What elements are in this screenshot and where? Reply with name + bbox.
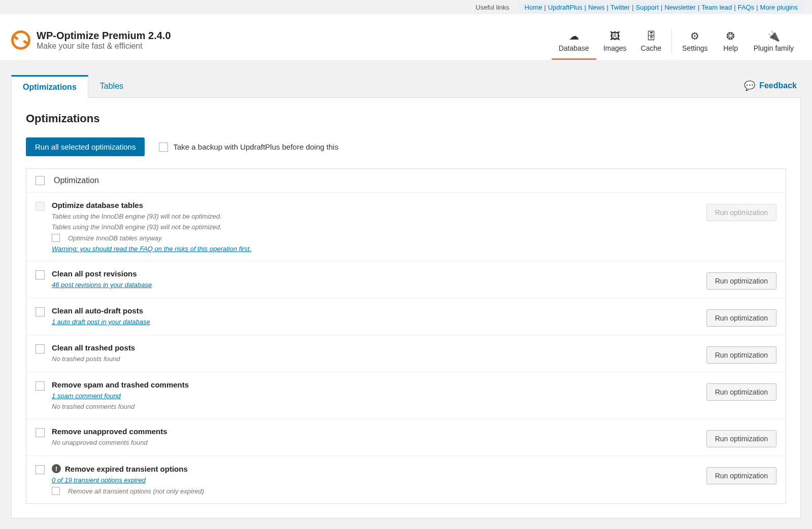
run-optimization-button[interactable]: Run optimization	[706, 309, 776, 327]
inline-checkbox-label: Optimize InnoDB tables anyway.	[68, 234, 163, 242]
table-row: Clean all post revisions46 post revision…	[26, 261, 786, 298]
feedback-icon: 💬	[744, 80, 755, 91]
tab-plugin-family-label: Plugin family	[754, 44, 794, 52]
tab-plugin-family[interactable]: 🔌 Plugin family	[747, 26, 801, 60]
backup-label-text: Take a backup with UpdraftPlus before do…	[173, 143, 338, 151]
tab-help[interactable]: ❂ Help	[715, 26, 747, 60]
top-separator: |	[756, 4, 758, 11]
top-link[interactable]: News	[588, 4, 605, 11]
tab-help-label: Help	[723, 44, 738, 52]
tab-separator	[671, 29, 672, 54]
top-link[interactable]: More plugins	[760, 4, 798, 11]
brand-title: WP-Optimize Premium 2.4.0	[37, 30, 171, 42]
row-title: Remove spam and trashed comments	[52, 380, 189, 389]
run-optimization-button[interactable]: Run optimization	[706, 430, 776, 447]
top-link[interactable]: Twitter	[611, 4, 630, 11]
table-head: Optimization	[26, 169, 786, 193]
logo-icon	[11, 30, 30, 50]
subtab-optimizations-label: Optimizations	[23, 83, 77, 91]
row-title: Clean all auto-draft posts	[52, 306, 143, 315]
run-optimization-button[interactable]: Run optimization	[706, 272, 776, 290]
subtab-optimizations[interactable]: Optimizations	[11, 75, 88, 98]
tab-database[interactable]: ☁ Database	[552, 26, 596, 60]
top-link[interactable]: Home	[525, 4, 543, 11]
optimizations-table: Optimization Optimize database tablesTab…	[26, 168, 786, 504]
row-title: Optimize database tables	[52, 201, 143, 209]
top-bar: Useful links Home|UpdraftPlus|News|Twitt…	[0, 0, 812, 14]
top-separator: |	[698, 4, 699, 11]
row-checkbox[interactable]	[36, 428, 45, 437]
row-link[interactable]: 1 spam comment found	[52, 392, 690, 400]
top-link[interactable]: FAQs	[738, 4, 755, 11]
feedback-label: Feedback	[759, 81, 797, 90]
brand-tagline: Make your site fast & efficient	[37, 42, 171, 51]
tab-images[interactable]: 🖼 Images	[596, 26, 634, 60]
top-separator: |	[606, 4, 608, 11]
top-link[interactable]: Team lead	[701, 4, 732, 11]
feedback-link[interactable]: 💬 Feedback	[740, 74, 801, 97]
header: WP-Optimize Premium 2.4.0 Make your site…	[0, 14, 812, 60]
useful-links-label: Useful links	[476, 4, 509, 11]
row-checkbox[interactable]	[36, 270, 45, 279]
run-optimization-button[interactable]: Run optimization	[706, 467, 776, 484]
tab-cache[interactable]: 🗄 Cache	[634, 26, 668, 60]
row-checkbox[interactable]	[36, 307, 45, 316]
warning-icon: !	[52, 464, 61, 473]
tab-settings-label: Settings	[682, 44, 708, 52]
row-title: Remove unapproved comments	[52, 427, 167, 436]
backup-checkbox[interactable]	[159, 143, 168, 152]
inline-checkbox[interactable]	[52, 234, 60, 242]
top-links: Home|UpdraftPlus|News|Twitter|Support|Ne…	[519, 2, 804, 13]
brand: WP-Optimize Premium 2.4.0 Make your site…	[11, 30, 171, 51]
run-optimization-button[interactable]: Run optimization	[706, 346, 776, 364]
tab-settings[interactable]: ⚙ Settings	[675, 26, 715, 60]
row-checkbox[interactable]	[36, 381, 45, 391]
top-separator: |	[661, 4, 662, 11]
row-subtext: No trashed posts found	[52, 355, 690, 363]
panel-heading: Optimizations	[26, 112, 786, 125]
row-subtext: Tables using the InnoDB engine (93) will…	[52, 223, 690, 231]
run-optimization-button: Run optimization	[706, 204, 776, 221]
table-row: Optimize database tablesTables using the…	[26, 193, 786, 261]
row-checkbox[interactable]	[36, 344, 45, 354]
run-optimization-button[interactable]: Run optimization	[706, 383, 776, 401]
sliders-icon: ⚙	[690, 30, 699, 42]
row-link[interactable]: 1 auto draft post in your database	[52, 318, 690, 326]
run-all-button[interactable]: Run all selected optimizations	[26, 137, 145, 156]
top-link[interactable]: Newsletter	[664, 4, 695, 11]
table-head-label: Optimization	[54, 176, 99, 185]
row-checkbox	[36, 202, 45, 211]
subtab-tables-label: Tables	[100, 82, 123, 90]
select-all-checkbox[interactable]	[36, 176, 45, 185]
top-link[interactable]: UpdraftPlus	[548, 4, 583, 11]
table-row: !Remove expired transient options0 of 19…	[26, 456, 786, 503]
main-tabs: ☁ Database 🖼 Images 🗄 Cache ⚙ Settings ❂…	[552, 20, 801, 60]
cloud-icon: ☁	[569, 30, 579, 42]
sub-tabs-row: Optimizations Tables 💬 Feedback	[11, 74, 801, 98]
warning-link[interactable]: Warning: you should read the FAQ on the …	[52, 245, 690, 253]
top-separator: |	[632, 4, 633, 11]
row-title: Clean all trashed posts	[52, 343, 135, 352]
row-checkbox[interactable]	[36, 465, 45, 474]
row-link[interactable]: 46 post revisions in your database	[52, 281, 690, 289]
table-row: Clean all auto-draft posts1 auto draft p…	[26, 298, 786, 335]
archive-icon: 🗄	[646, 30, 656, 42]
tab-cache-label: Cache	[641, 44, 661, 52]
top-link[interactable]: Support	[636, 4, 659, 11]
backup-checkbox-row[interactable]: Take a backup with UpdraftPlus before do…	[159, 143, 338, 152]
images-icon: 🖼	[610, 30, 620, 42]
row-title: Remove expired transient options	[65, 465, 188, 473]
plug-icon: 🔌	[767, 30, 780, 42]
top-separator: |	[544, 4, 546, 11]
row-link[interactable]: 0 of 19 transient options expired	[52, 476, 690, 484]
row-subtext: No trashed comments found	[52, 403, 690, 410]
inline-checkbox[interactable]	[52, 487, 60, 495]
help-icon: ❂	[726, 30, 735, 42]
table-row: Remove spam and trashed comments1 spam c…	[26, 372, 786, 419]
top-separator: |	[585, 4, 586, 11]
optimizations-panel: Optimizations Run all selected optimizat…	[11, 98, 801, 518]
top-separator: |	[734, 4, 735, 11]
subtab-tables[interactable]: Tables	[88, 75, 135, 98]
row-subtext: Tables using the InnoDB engine (93) will…	[52, 213, 690, 220]
table-row: Clean all trashed postsNo trashed posts …	[26, 335, 786, 372]
